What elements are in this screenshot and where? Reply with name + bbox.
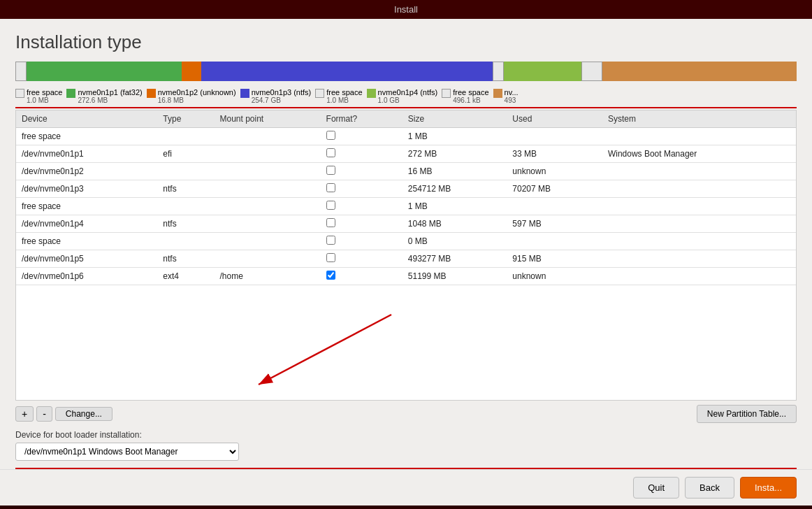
table-column-header: Mount point: [214, 110, 320, 128]
table-cell: 1048 MB: [403, 215, 507, 233]
format-checkbox-cell[interactable]: [321, 198, 403, 215]
legend-row: free space1.0 MBnvme0n1p1 (fat32)272.6 M…: [0, 85, 812, 107]
legend-item: nvme0n1p1 (fat32)272.6 MB: [66, 88, 142, 104]
legend-item-name: nv...: [505, 88, 519, 96]
format-checkbox[interactable]: [326, 253, 335, 262]
table-column-header: Device: [16, 110, 157, 128]
format-checkbox-cell[interactable]: [321, 268, 403, 285]
legend-color: [315, 89, 324, 98]
legend-item: free space1.0 MB: [315, 88, 362, 104]
table-row[interactable]: free space1 MB: [16, 198, 796, 215]
legend-item-size: 1.0 MB: [326, 96, 362, 104]
format-checkbox[interactable]: [326, 183, 335, 192]
remove-partition-button[interactable]: -: [36, 406, 52, 422]
main-window: Installation type free space1.0 MBnvme0n…: [0, 19, 812, 506]
table-cell: free space: [16, 233, 157, 250]
table-cell: /dev/nvme0n1p2: [16, 163, 157, 180]
legend-item-name: nvme0n1p2 (unknown): [158, 88, 236, 96]
legend-color: [15, 89, 24, 98]
table-cell: 1 MB: [403, 128, 507, 145]
format-checkbox[interactable]: [326, 131, 335, 140]
partition-segment: [27, 62, 182, 81]
quit-button[interactable]: Quit: [633, 477, 679, 499]
table-cell: ntfs: [157, 180, 214, 198]
format-checkbox-cell[interactable]: [321, 180, 403, 198]
format-checkbox[interactable]: [326, 218, 335, 227]
format-checkbox[interactable]: [326, 271, 335, 280]
format-checkbox-cell[interactable]: [321, 128, 403, 145]
table-cell: 1 MB: [403, 198, 507, 215]
table-cell: /dev/nvme0n1p4: [16, 215, 157, 233]
back-button[interactable]: Back: [685, 477, 734, 499]
table-body: free space1 MB/dev/nvme0n1p1efi272 MB33 …: [16, 128, 796, 285]
legend-item: nvme0n1p4 (ntfs)1.0 GB: [367, 88, 438, 104]
partition-bar: [15, 62, 797, 81]
table-row[interactable]: /dev/nvme0n1p3ntfs254712 MB70207 MB: [16, 180, 796, 198]
format-checkbox-cell[interactable]: [321, 215, 403, 233]
table-cell: [602, 163, 796, 180]
table-cell: 493277 MB: [403, 250, 507, 268]
legend-item-size: 272.6 MB: [78, 96, 142, 104]
table-header-row: DeviceTypeMount pointFormat?SizeUsedSyst…: [16, 110, 796, 128]
format-checkbox[interactable]: [326, 236, 335, 245]
table-row[interactable]: free space1 MB: [16, 128, 796, 145]
legend-item-size: 1.0 GB: [378, 96, 438, 104]
table-row[interactable]: /dev/nvme0n1p216 MBunknown: [16, 163, 796, 180]
install-button[interactable]: Insta...: [740, 477, 797, 499]
legend-item-name: free space: [453, 88, 488, 96]
table-row[interactable]: /dev/nvme0n1p4ntfs1048 MB597 MB: [16, 215, 796, 233]
table-cell: [602, 198, 796, 215]
table-row[interactable]: /dev/nvme0n1p6ext4/home51199 MBunknown: [16, 268, 796, 285]
table-container[interactable]: DeviceTypeMount pointFormat?SizeUsedSyst…: [15, 110, 797, 401]
legend-item: free space1.0 MB: [15, 88, 62, 104]
table-cell: [602, 268, 796, 285]
legend-item-name: free space: [27, 88, 62, 96]
bootloader-select[interactable]: /dev/nvme0n1p1 Windows Boot Manager: [15, 443, 239, 461]
table-cell: efi: [157, 145, 214, 163]
legend-item-size: 254.7 GB: [252, 96, 312, 104]
table-cell: [602, 128, 796, 145]
format-checkbox[interactable]: [326, 166, 335, 175]
legend-item: nvme0n1p3 (ntfs)254.7 GB: [240, 88, 312, 104]
table-cell: /dev/nvme0n1p5: [16, 250, 157, 268]
table-cell: /dev/nvme0n1p3: [16, 180, 157, 198]
table-row[interactable]: free space0 MB: [16, 233, 796, 250]
table-cell: [157, 163, 214, 180]
format-checkbox-cell[interactable]: [321, 163, 403, 180]
partition-segment: [581, 62, 602, 81]
table-cell: [507, 128, 602, 145]
partition-bar-container: [0, 62, 812, 81]
table-cell: [602, 233, 796, 250]
format-checkbox[interactable]: [326, 148, 335, 157]
table-row[interactable]: /dev/nvme0n1p5ntfs493277 MB915 MB: [16, 250, 796, 268]
table-cell: [214, 180, 320, 198]
format-checkbox-cell[interactable]: [321, 145, 403, 163]
change-partition-button[interactable]: Change...: [55, 407, 113, 421]
table-cell: unknown: [507, 163, 602, 180]
format-checkbox-cell[interactable]: [321, 233, 403, 250]
table-cell: [214, 215, 320, 233]
table-cell: 0 MB: [403, 233, 507, 250]
format-checkbox[interactable]: [326, 201, 335, 210]
table-cell: [214, 145, 320, 163]
legend-item-size: 493: [505, 96, 519, 104]
table-cell: 272 MB: [403, 145, 507, 163]
add-partition-button[interactable]: +: [15, 406, 34, 422]
table-cell: [214, 250, 320, 268]
table-column-header: System: [602, 110, 796, 128]
table-column-header: Size: [403, 110, 507, 128]
partition-segment: [504, 62, 581, 81]
new-partition-table-button[interactable]: New Partition Table...: [697, 405, 797, 423]
legend-item: free space496.1 kB: [442, 88, 488, 104]
table-cell: [214, 233, 320, 250]
partition-segment: [182, 62, 201, 81]
legend-color: [493, 89, 502, 98]
legend-color: [367, 89, 376, 98]
table-row[interactable]: /dev/nvme0n1p1efi272 MB33 MBWindows Boot…: [16, 145, 796, 163]
divider-top: [15, 107, 797, 108]
table-cell: [214, 198, 320, 215]
partition-segment: [493, 62, 504, 81]
table-cell: 70207 MB: [507, 180, 602, 198]
format-checkbox-cell[interactable]: [321, 250, 403, 268]
table-cell: free space: [16, 198, 157, 215]
